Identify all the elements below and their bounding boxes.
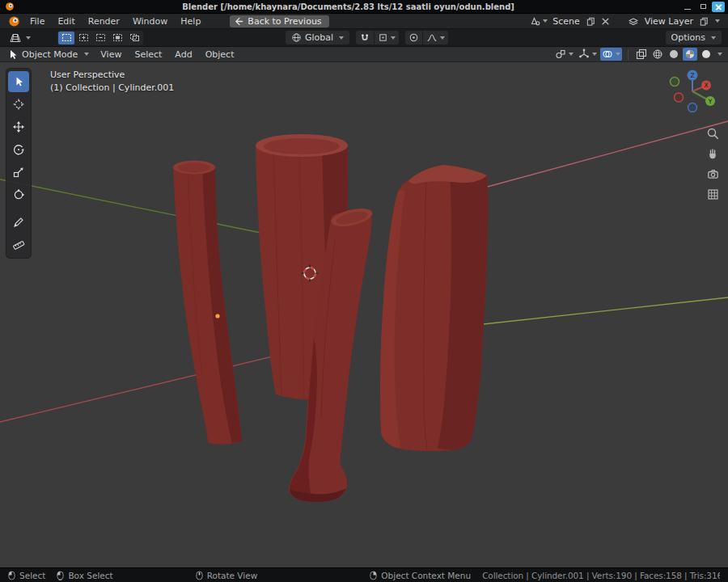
select-invert-icon: [112, 33, 123, 42]
layers-icon: [628, 15, 639, 27]
annotate-pen-icon: [12, 216, 25, 229]
view-layer-browse-button[interactable]: [628, 15, 640, 27]
editor-type-selector[interactable]: [6, 31, 33, 45]
scene-canvas[interactable]: [0, 62, 728, 567]
hint-rotate-view: Rotate View: [196, 571, 258, 580]
back-to-previous-button[interactable]: Back to Previous: [230, 15, 328, 27]
tool-annotate-button[interactable]: [8, 212, 29, 233]
minimize-button[interactable]: [681, 2, 694, 12]
select-mode-subtract-button[interactable]: [92, 32, 108, 44]
navigation-gizmo[interactable]: Z X Y: [668, 65, 720, 117]
tool-move-button[interactable]: [8, 116, 29, 137]
menu-help[interactable]: Help: [174, 16, 207, 27]
wireframe-sphere-icon: [652, 48, 663, 60]
blender-menu-button[interactable]: [5, 15, 23, 27]
overlays-caret-icon: [616, 53, 620, 56]
measure-ruler-icon: [12, 238, 25, 251]
statusbar: Select Box Select Rotate View Object Con…: [0, 567, 728, 582]
orthographic-toggle-button[interactable]: [706, 188, 720, 201]
back-arrow-icon: [235, 17, 243, 26]
hint-box-select: Box Select: [57, 571, 112, 580]
log-object-1[interactable]: [173, 161, 242, 445]
scene-icon: [529, 15, 540, 27]
tool-scale-button[interactable]: [8, 162, 29, 183]
falloff-dropdown[interactable]: [423, 31, 448, 44]
menu-edit[interactable]: Edit: [51, 16, 81, 27]
shading-solid-button[interactable]: [667, 48, 681, 61]
move-icon: [12, 120, 25, 133]
object-visibility-dropdown[interactable]: [553, 48, 575, 61]
viewport-3d[interactable]: User Perspective (1) Collection | Cylind…: [0, 62, 728, 567]
solid-sphere-icon: [668, 48, 679, 60]
transform-orientation-dropdown[interactable]: Global: [286, 31, 349, 44]
proportional-edit-controls: [405, 31, 448, 44]
xray-toggle-button[interactable]: [634, 48, 649, 61]
snap-caret-icon: [391, 36, 396, 40]
menu-window[interactable]: Window: [126, 16, 174, 27]
select-mode-extend-button[interactable]: [75, 32, 91, 44]
close-button[interactable]: [712, 2, 725, 12]
tool-measure-button[interactable]: [8, 234, 29, 255]
cursor-tool-icon: [12, 98, 25, 111]
menu-viewport-view[interactable]: View: [94, 49, 128, 60]
new-view-layer-button[interactable]: [698, 15, 710, 27]
menu-viewport-add[interactable]: Add: [168, 49, 198, 60]
restore-button[interactable]: [696, 2, 709, 12]
orientation-globe-icon: [291, 32, 302, 43]
falloff-caret-icon: [440, 36, 445, 40]
overlays-toggle-button[interactable]: [600, 48, 622, 61]
hint-rotate-view-label: Rotate View: [207, 571, 258, 580]
camera-icon: [706, 167, 720, 181]
menu-viewport-select[interactable]: Select: [128, 49, 168, 60]
snap-toggle-button[interactable]: [356, 31, 374, 44]
tool-transform-button[interactable]: [8, 184, 29, 205]
material-sphere-icon: [684, 48, 696, 60]
shading-wireframe-button[interactable]: [650, 48, 665, 61]
tool-rotate-button[interactable]: [8, 139, 29, 160]
select-mode-intersect-button[interactable]: [126, 32, 142, 44]
shading-rendered-button[interactable]: [699, 48, 713, 61]
proportional-edit-toggle-button[interactable]: [405, 31, 422, 44]
viewport-header: Object Mode View Select Add Object: [0, 47, 728, 62]
select-mode-invert-button[interactable]: [109, 32, 125, 44]
select-extend-icon: [78, 33, 89, 42]
select-mode-set-button[interactable]: [58, 32, 74, 44]
window-titlebar[interactable]: Blender [/home/khaynara/Documents/2.83 l…: [0, 0, 728, 14]
scene-statistics: Collection | Cylinder.001 | Verts:190 | …: [482, 571, 720, 580]
menu-viewport-object[interactable]: Object: [199, 49, 241, 60]
mouse-left-icon: [8, 571, 15, 580]
select-subtract-icon: [95, 33, 106, 42]
gizmos-dropdown[interactable]: [577, 48, 599, 61]
options-dropdown[interactable]: Options: [666, 31, 722, 44]
tool-select-box-button[interactable]: [8, 71, 29, 92]
snap-target-icon: [378, 32, 388, 43]
zoom-button[interactable]: [706, 127, 720, 141]
hand-icon: [706, 147, 720, 161]
object-mode-icon: [9, 49, 18, 60]
options-caret-icon: [711, 36, 716, 40]
menu-render[interactable]: Render: [82, 16, 126, 27]
new-scene-button[interactable]: [585, 15, 597, 27]
select-intersect-icon: [129, 33, 140, 42]
log-object-4[interactable]: [380, 165, 488, 451]
tool-cursor-button[interactable]: [8, 94, 29, 115]
viewport-nav-buttons: [706, 127, 720, 201]
blender-logo-icon: [8, 15, 20, 27]
unlink-scene-button[interactable]: [599, 15, 612, 27]
window-title: Blender [/home/khaynara/Documents/2.83 l…: [15, 2, 681, 11]
svg-text:Z: Z: [690, 72, 694, 79]
viewport-header-right: [553, 48, 724, 61]
camera-view-button[interactable]: [706, 167, 720, 181]
app-icon: [3, 1, 15, 13]
scene-browse-button[interactable]: [529, 15, 548, 27]
menu-file[interactable]: File: [23, 16, 51, 27]
pan-button[interactable]: [706, 147, 720, 161]
shading-material-button[interactable]: [683, 48, 697, 61]
window-controls: [681, 2, 725, 12]
select-box-icon: [12, 75, 25, 88]
transform-icon: [12, 188, 25, 201]
blender-window: Blender [/home/khaynara/Documents/2.83 l…: [0, 0, 728, 582]
mode-selector-dropdown[interactable]: Object Mode: [4, 48, 94, 61]
snap-target-dropdown[interactable]: [375, 31, 399, 44]
orientation-caret-icon: [339, 36, 344, 40]
